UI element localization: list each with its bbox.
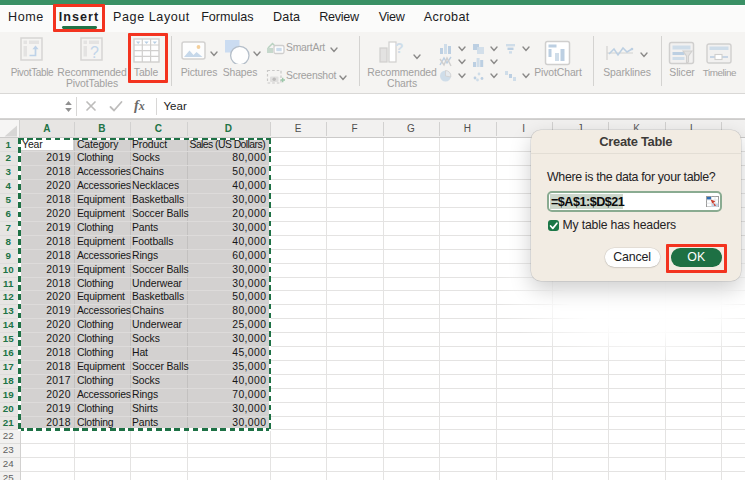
svg-text:?: ? xyxy=(395,40,404,56)
svg-text:?: ? xyxy=(90,44,99,61)
